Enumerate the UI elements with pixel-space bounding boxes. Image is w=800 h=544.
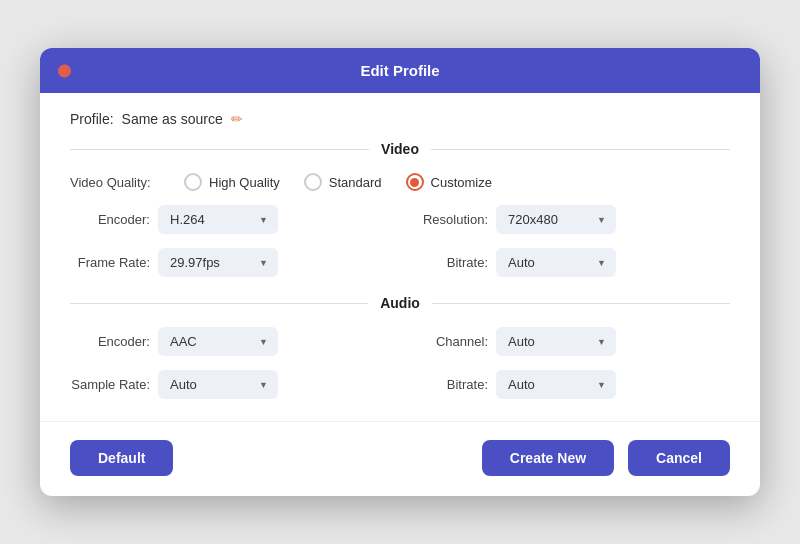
audio-section-divider: Audio (70, 295, 730, 311)
video-bitrate-label: Bitrate: (408, 255, 488, 270)
footer-right-buttons: Create New Cancel (482, 440, 730, 476)
video-bitrate-field: Bitrate: Auto 512kbps 1Mbps 2Mbps 4Mbps (408, 248, 730, 277)
footer: Default Create New Cancel (40, 421, 760, 496)
edit-profile-window: Edit Profile Profile: Same as source ✏ V… (40, 48, 760, 496)
audio-section-title: Audio (380, 295, 420, 311)
main-content: Profile: Same as source ✏ Video Video Qu… (40, 93, 760, 421)
frame-rate-select[interactable]: 23.98fps 24fps 25fps 29.97fps 30fps 60fp… (158, 248, 278, 277)
encoder-select-wrap: H.264 H.265 MPEG-4 VP9 (158, 205, 278, 234)
window-title: Edit Profile (360, 62, 439, 79)
resolution-select[interactable]: Original 1920x1080 1280x720 720x480 640x… (496, 205, 616, 234)
resolution-label: Resolution: (408, 212, 488, 227)
video-quality-label: Video Quality: (70, 175, 160, 190)
radio-label-high: High Quality (209, 175, 280, 190)
encoder-label: Encoder: (70, 212, 150, 227)
radio-standard[interactable]: Standard (304, 173, 382, 191)
channel-label: Channel: (408, 334, 488, 349)
radio-label-standard: Standard (329, 175, 382, 190)
profile-label: Profile: (70, 111, 114, 127)
cancel-button[interactable]: Cancel (628, 440, 730, 476)
video-fields-grid: Encoder: H.264 H.265 MPEG-4 VP9 Resoluti… (70, 205, 730, 277)
video-quality-row: Video Quality: High Quality Standard Cus… (70, 173, 730, 191)
edit-profile-icon[interactable]: ✏ (231, 111, 243, 127)
audio-bitrate-select[interactable]: Auto 64kbps 128kbps 192kbps 256kbps (496, 370, 616, 399)
titlebar: Edit Profile (40, 48, 760, 93)
resolution-select-wrap: Original 1920x1080 1280x720 720x480 640x… (496, 205, 616, 234)
audio-bitrate-label: Bitrate: (408, 377, 488, 392)
radio-label-customize: Customize (431, 175, 492, 190)
audio-encoder-label: Encoder: (70, 334, 150, 349)
profile-row: Profile: Same as source ✏ (70, 111, 730, 127)
frame-rate-field: Frame Rate: 23.98fps 24fps 25fps 29.97fp… (70, 248, 392, 277)
video-section-title: Video (381, 141, 419, 157)
frame-rate-label: Frame Rate: (70, 255, 150, 270)
create-new-button[interactable]: Create New (482, 440, 614, 476)
audio-encoder-field: Encoder: AAC MP3 AC3 FLAC (70, 327, 392, 356)
radio-circle-standard (304, 173, 322, 191)
channel-select[interactable]: Auto Mono Stereo 5.1 (496, 327, 616, 356)
audio-encoder-select[interactable]: AAC MP3 AC3 FLAC (158, 327, 278, 356)
radio-circle-customize (406, 173, 424, 191)
channel-select-wrap: Auto Mono Stereo 5.1 (496, 327, 616, 356)
sample-rate-field: Sample Rate: Auto 22050Hz 44100Hz 48000H… (70, 370, 392, 399)
sample-rate-select-wrap: Auto 22050Hz 44100Hz 48000Hz (158, 370, 278, 399)
video-bitrate-select[interactable]: Auto 512kbps 1Mbps 2Mbps 4Mbps (496, 248, 616, 277)
profile-value: Same as source (122, 111, 223, 127)
default-button[interactable]: Default (70, 440, 173, 476)
radio-high-quality[interactable]: High Quality (184, 173, 280, 191)
close-button[interactable] (58, 64, 71, 77)
audio-bitrate-select-wrap: Auto 64kbps 128kbps 192kbps 256kbps (496, 370, 616, 399)
sample-rate-label: Sample Rate: (70, 377, 150, 392)
radio-circle-high (184, 173, 202, 191)
audio-encoder-select-wrap: AAC MP3 AC3 FLAC (158, 327, 278, 356)
video-bitrate-select-wrap: Auto 512kbps 1Mbps 2Mbps 4Mbps (496, 248, 616, 277)
resolution-field: Resolution: Original 1920x1080 1280x720 … (408, 205, 730, 234)
channel-field: Channel: Auto Mono Stereo 5.1 (408, 327, 730, 356)
audio-bitrate-field: Bitrate: Auto 64kbps 128kbps 192kbps 256… (408, 370, 730, 399)
video-section-divider: Video (70, 141, 730, 157)
radio-customize[interactable]: Customize (406, 173, 492, 191)
sample-rate-select[interactable]: Auto 22050Hz 44100Hz 48000Hz (158, 370, 278, 399)
encoder-field: Encoder: H.264 H.265 MPEG-4 VP9 (70, 205, 392, 234)
encoder-select[interactable]: H.264 H.265 MPEG-4 VP9 (158, 205, 278, 234)
frame-rate-select-wrap: 23.98fps 24fps 25fps 29.97fps 30fps 60fp… (158, 248, 278, 277)
audio-fields-grid: Encoder: AAC MP3 AC3 FLAC Channel: Auto (70, 327, 730, 399)
